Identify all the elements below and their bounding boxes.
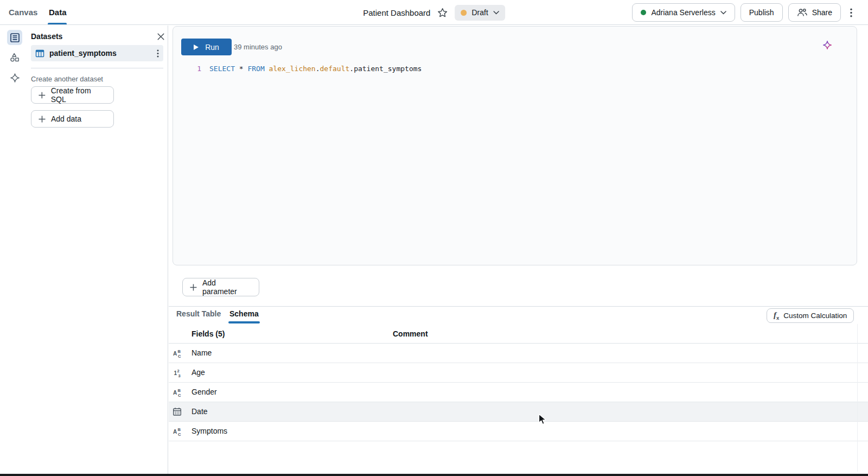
column-header-fields: Fields (5) — [192, 329, 225, 338]
custom-calculation-button[interactable]: fx Custom Calculation — [767, 308, 854, 323]
datasets-panel-header: Datasets — [31, 30, 164, 43]
draft-dot-icon — [461, 10, 467, 16]
sparkle-icon — [10, 73, 20, 83]
sql-token — [265, 65, 269, 73]
svg-text:A: A — [173, 390, 177, 396]
add-parameter-button[interactable]: Add parameter — [182, 278, 259, 296]
assistant-panel-icon[interactable] — [7, 70, 22, 85]
field-name: Date — [192, 407, 208, 416]
play-icon — [194, 45, 199, 50]
sql-token: default — [320, 65, 350, 73]
custom-calculation-label: Custom Calculation — [783, 312, 847, 320]
warehouse-status-dot — [641, 10, 646, 15]
schema-rows: ABC Name 123 Age ABC Gender Date ABC Sym… — [169, 344, 868, 441]
field-name: Gender — [192, 388, 217, 396]
column-header-comment: Comment — [393, 329, 428, 338]
shapes-icon — [9, 52, 20, 63]
draft-status-dropdown[interactable]: Draft — [455, 5, 505, 21]
string-type-icon: ABC — [173, 427, 182, 436]
add-data-button[interactable]: Add data — [31, 110, 114, 128]
schema-row[interactable]: ABC Symptoms — [169, 422, 868, 441]
assistant-sparkle-icon[interactable] — [822, 40, 832, 52]
integer-type-icon: 123 — [173, 368, 182, 378]
field-name: Name — [192, 348, 212, 357]
top-bar-actions: Adriana Serverless Publish Share — [632, 3, 856, 22]
plus-icon — [38, 115, 46, 123]
line-number: 1 — [173, 64, 201, 73]
add-data-label: Add data — [51, 115, 81, 123]
tab-data[interactable]: Data — [49, 0, 67, 25]
svg-text:A: A — [173, 351, 177, 357]
svg-text:C: C — [178, 354, 181, 359]
chevron-down-icon — [493, 11, 499, 15]
bottom-edge-strip — [0, 474, 868, 476]
tab-schema[interactable]: Schema — [229, 309, 259, 318]
warehouse-label: Adriana Serverless — [651, 8, 715, 17]
field-name: Age — [192, 368, 205, 377]
mouse-cursor — [538, 414, 547, 428]
overflow-menu-icon[interactable] — [846, 8, 856, 17]
field-name: Symptoms — [192, 427, 227, 435]
function-fx-icon: fx — [774, 310, 779, 321]
sql-token: SELECT — [209, 65, 235, 73]
schema-row[interactable]: ABC Gender — [169, 383, 868, 402]
active-tab-underline — [48, 23, 67, 24]
close-icon[interactable] — [157, 33, 164, 40]
create-from-sql-label: Create from SQL — [51, 86, 107, 104]
table-icon — [35, 49, 44, 58]
date-type-icon — [173, 407, 182, 417]
last-run-timestamp: 39 minutes ago — [234, 43, 282, 51]
results-gutter-line — [857, 324, 858, 472]
create-dataset-label: Create another dataset — [31, 75, 103, 83]
sidebar: Datasets patient_symptoms Create another… — [0, 26, 168, 476]
schema-row[interactable]: 123 Age — [169, 363, 868, 383]
sql-token: FROM — [247, 65, 264, 73]
top-bar: Canvas Data Patient Dashboard Draft Adri… — [0, 0, 868, 25]
publish-label: Publish — [749, 8, 774, 17]
schema-row[interactable]: ABC Name — [169, 344, 868, 363]
list-icon — [10, 33, 20, 43]
svg-text:3: 3 — [178, 373, 181, 378]
results-divider — [169, 306, 868, 307]
favorite-star-icon[interactable] — [437, 8, 448, 18]
sql-code-editor[interactable]: 1 SELECT * FROM alex_lichen.default.pati… — [173, 64, 857, 73]
string-type-icon: ABC — [173, 388, 182, 397]
run-button[interactable]: Run — [181, 39, 232, 55]
dataset-kebab-icon[interactable] — [157, 49, 159, 58]
svg-text:C: C — [178, 393, 181, 398]
run-label: Run — [205, 43, 219, 52]
sql-code-line: SELECT * FROM alex_lichen.default.patien… — [209, 64, 422, 73]
share-button[interactable]: Share — [788, 3, 841, 22]
plus-icon — [189, 283, 197, 291]
sql-token: . — [349, 65, 354, 73]
tab-canvas[interactable]: Canvas — [9, 0, 37, 25]
sidebar-divider — [31, 68, 163, 68]
share-people-icon — [797, 8, 807, 17]
datasets-panel-icon[interactable] — [7, 30, 22, 45]
sql-token: alex_lichen — [269, 65, 316, 73]
string-type-icon: ABC — [173, 348, 182, 358]
dataset-item-patient-symptoms[interactable]: patient_symptoms — [31, 45, 163, 61]
sql-token: . — [316, 65, 320, 73]
datasets-panel-title: Datasets — [31, 32, 62, 41]
svg-text:A: A — [173, 429, 177, 435]
sql-token: * — [239, 65, 244, 73]
share-label: Share — [812, 8, 832, 17]
publish-button[interactable]: Publish — [741, 3, 783, 22]
draft-label: Draft — [471, 8, 488, 17]
schema-row[interactable]: Date — [169, 402, 868, 422]
sql-token: patient_symptoms — [354, 65, 422, 73]
sql-editor-card: Run 39 minutes ago 1 SELECT * FROM alex_… — [173, 26, 857, 265]
tab-result-table[interactable]: Result Table — [176, 309, 221, 318]
schema-table-header: Fields (5) Comment — [169, 323, 868, 344]
warehouse-selector[interactable]: Adriana Serverless — [632, 3, 735, 22]
page-title[interactable]: Patient Dashboard — [363, 8, 430, 17]
visualizations-panel-icon[interactable] — [7, 50, 22, 65]
sql-token — [235, 65, 239, 73]
add-parameter-label: Add parameter — [202, 278, 252, 296]
create-from-sql-button[interactable]: Create from SQL — [31, 86, 114, 104]
dataset-name: patient_symptoms — [49, 49, 152, 58]
plus-icon — [38, 91, 46, 99]
svg-text:C: C — [178, 432, 181, 437]
title-group: Patient Dashboard Draft — [363, 0, 505, 25]
